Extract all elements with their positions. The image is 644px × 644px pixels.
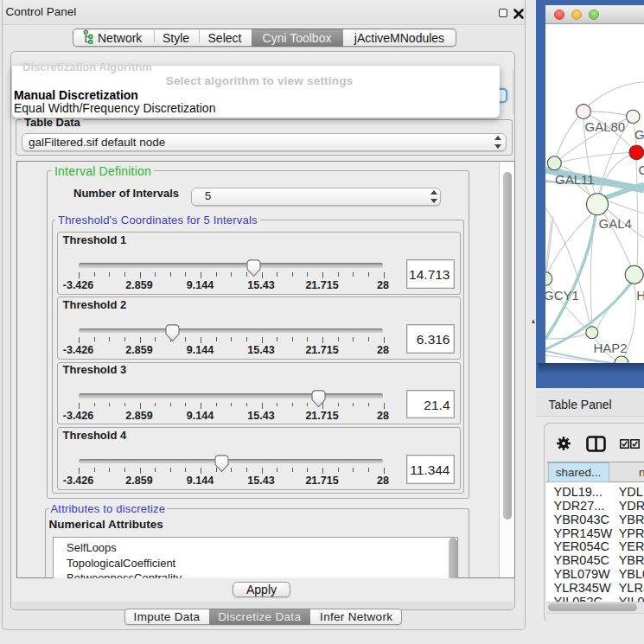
svg-text:HAP2: HAP2 (593, 341, 627, 355)
svg-text:GAL4: GAL4 (599, 216, 632, 231)
svg-text:CY: CY (639, 163, 644, 177)
svg-text:H: H (636, 288, 644, 303)
svg-text:GA: GA (634, 127, 644, 142)
svg-text:GAL80: GAL80 (585, 119, 626, 134)
svg-text:GAL11: GAL11 (555, 172, 595, 187)
svg-text:GCY1: GCY1 (545, 288, 579, 303)
